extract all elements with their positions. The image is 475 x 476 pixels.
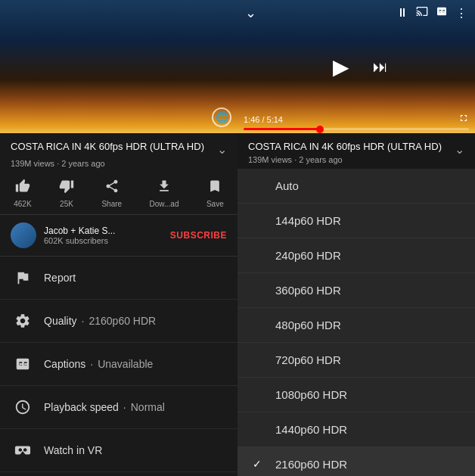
menu-item-captions[interactable]: Captions · Unavailable [0,343,238,386]
like-button[interactable]: 462K [14,179,31,208]
right-video-area: ⌄ ⏸ ⋮ ▶ ⏭ 1:46 / 5:14 [238,0,475,133]
progress-dot [316,126,324,133]
collapse-icon[interactable]: ⌄ [245,5,256,21]
menu-item-quality[interactable]: Quality · 2160p60 HDR [0,300,238,343]
fullscreen-icon[interactable] [458,113,469,126]
menu-text-watch-vr: Watch in VR [44,444,102,456]
quality-label-240p: 240p60 HDR [275,249,341,262]
play-button[interactable]: ▶ [324,50,358,83]
speed-icon [12,397,33,418]
subscribe-button[interactable]: SUBSCRIBE [170,230,227,241]
right-video-info: COSTA RICA IN 4K 60fps HDR (ULTRA HD) 13… [238,133,475,169]
cast-icon[interactable] [416,5,428,20]
right-panel: ⌄ ⏸ ⋮ ▶ ⏭ 1:46 / 5:14 [238,0,475,476]
right-video-details: COSTA RICA IN 4K 60fps HDR (ULTRA HD) 13… [248,141,442,164]
quality-label-auto: Auto [275,179,299,192]
like-icon [15,179,30,198]
skip-next-icon[interactable]: ⏭ [373,58,388,76]
video-thumbnail: 🌐 [0,0,238,133]
share-button[interactable]: Share [101,179,122,208]
subtitles-icon[interactable] [436,5,448,20]
video-title: COSTA RICA IN 4K 60fps HDR (ULTRA HD) [11,141,213,154]
right-video-title: COSTA RICA IN 4K 60fps HDR (ULTRA HD) [248,141,442,154]
time-row: 1:46 / 5:14 [244,113,469,126]
quality-label-720p: 720p60 HDR [275,353,341,366]
download-label: Dow...ad [150,200,179,208]
video-meta: 139M views · 2 years ago [11,159,227,168]
video-title-row: COSTA RICA IN 4K 60fps HDR (ULTRA HD) ⌄ [11,141,227,157]
top-bar-controls: ⏸ ⋮ [396,5,467,20]
menu-text-quality: Quality · 2160p60 HDR [44,315,156,327]
channel-info: Jacob + Katie S... 602K subscribers [44,226,170,245]
download-icon [157,179,172,198]
more-icon[interactable]: ⋮ [455,6,467,20]
channel-subscribers: 602K subscribers [44,236,170,245]
play-controls: ▶ ⏭ [324,50,388,83]
save-icon [207,179,222,198]
dislike-count: 25K [60,200,73,208]
quality-option-auto[interactable]: Auto [238,169,475,204]
quality-option-2160p[interactable]: ✓ 2160p60 HDR [238,447,475,476]
quality-label-144p: 144p60 HDR [275,214,341,227]
quality-option-1440p[interactable]: 1440p60 HDR [238,412,475,447]
quality-option-360p[interactable]: 360p60 HDR [238,273,475,308]
progress-bar[interactable] [244,128,469,130]
menu-item-help[interactable]: Help & feedback [0,472,238,476]
menu-text-playback-speed: Playback speed · Normal [44,401,165,413]
download-button[interactable]: Dow...ad [150,179,179,208]
quality-option-144p[interactable]: 144p60 HDR [238,204,475,238]
video-time: 1:46 / 5:14 [244,115,283,124]
video-bottom-bar: 1:46 / 5:14 [238,110,475,133]
like-count: 462K [14,200,31,208]
menu-item-report[interactable]: Report [0,257,238,300]
vr-icon [12,440,33,461]
share-icon [104,179,120,198]
menu-item-watch-vr[interactable]: Watch in VR [0,429,238,472]
left-panel: 🌐 COSTA RICA IN 4K 60fps HDR (ULTRA HD) … [0,0,238,476]
channel-avatar[interactable] [11,222,36,248]
gear-icon [12,310,33,331]
flag-icon [12,267,33,288]
save-button[interactable]: Save [206,179,224,208]
dislike-button[interactable]: 25K [59,179,74,208]
thumbnail-overlay: 🌐 [212,107,231,127]
menu-item-playback-speed[interactable]: Playback speed · Normal [0,386,238,429]
video-info: COSTA RICA IN 4K 60fps HDR (ULTRA HD) ⌄ … [0,133,238,173]
quality-label-480p: 480p60 HDR [275,319,341,331]
quality-label-360p: 360p60 HDR [275,284,341,297]
progress-fill [244,128,320,130]
share-label: Share [101,200,122,208]
menu-text-report: Report [44,272,76,284]
right-video-meta: 139M views · 2 years ago [248,155,442,164]
menu-text-captions: Captions · Unavailable [44,358,153,370]
quality-label-1080p: 1080p60 HDR [275,388,347,401]
dislike-icon [59,179,74,198]
quality-label-1440p: 1440p60 HDR [275,423,347,436]
quality-option-720p[interactable]: 720p60 HDR [238,343,475,378]
quality-check-2160p: ✓ [253,458,268,470]
channel-name: Jacob + Katie S... [44,226,170,236]
quality-label-2160p: 2160p60 HDR [275,458,347,471]
channel-row: Jacob + Katie S... 602K subscribers SUBS… [0,215,238,257]
quality-option-480p[interactable]: 480p60 HDR [238,308,475,343]
action-bar: 462K 25K Share Dow...ad Save [0,173,238,215]
quality-option-240p[interactable]: 240p60 HDR [238,238,475,273]
quality-option-1080p[interactable]: 1080p60 HDR [238,378,475,412]
quality-list: Auto 144p60 HDR 240p60 HDR 360p60 HDR 48… [238,169,475,476]
save-label: Save [206,200,224,208]
chevron-down-icon[interactable]: ⌄ [217,142,227,157]
right-chevron-icon[interactable]: ⌄ [455,142,464,157]
captions-icon [12,353,33,375]
right-top-bar: ⌄ ⏸ ⋮ [238,0,475,26]
globe-icon: 🌐 [212,107,231,127]
pause-icon[interactable]: ⏸ [396,6,408,20]
menu-list: Report Quality · 2160p60 HDR Captions · … [0,257,238,476]
